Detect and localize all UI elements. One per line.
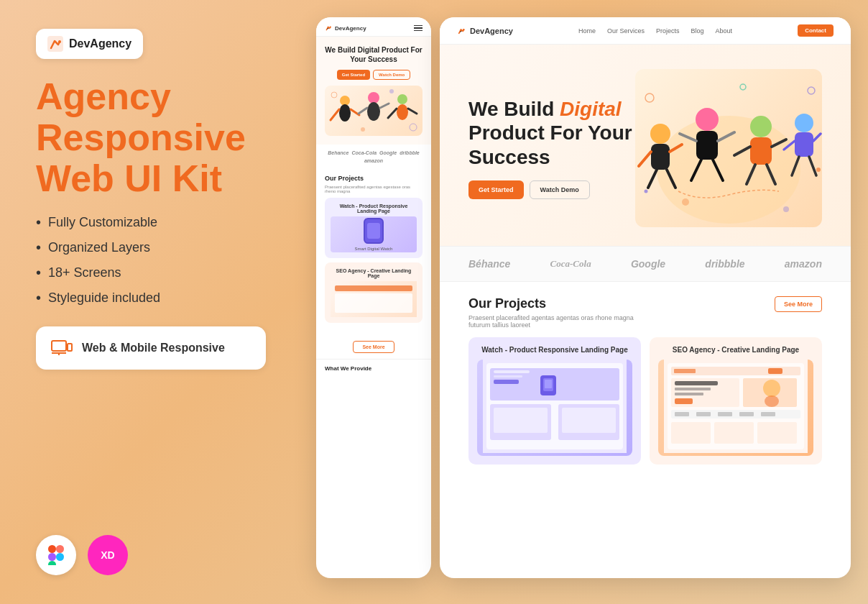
- svg-rect-82: [675, 393, 703, 395]
- project-cards: Watch - Product Responsive Landing Page: [468, 337, 822, 465]
- responsive-badge: Web & Mobile Responsive: [36, 326, 266, 370]
- svg-point-55: [808, 87, 815, 94]
- svg-point-16: [368, 92, 379, 104]
- mobile-brand-5: amazon: [364, 158, 383, 163]
- desktop-contact-button[interactable]: Contact: [798, 24, 834, 37]
- mobile-card-2: SEO Agency - Creative Landing Page: [325, 262, 423, 323]
- desktop-projects-title: Our Projects: [468, 296, 655, 311]
- figma-logo: [48, 545, 64, 565]
- mobile-see-more-button[interactable]: See More: [353, 341, 394, 353]
- project-card-1: Watch - Product Responsive Landing Page: [468, 337, 641, 465]
- mobile-mockup: DevAgency We Build Digital Product For Y…: [316, 17, 431, 578]
- svg-point-24: [331, 92, 337, 98]
- mobile-menu-icon[interactable]: [414, 25, 423, 32]
- logo-icon: [47, 36, 63, 52]
- svg-point-10: [56, 553, 64, 561]
- project-card-2: SEO Agency - Creative Landing Page: [650, 337, 822, 465]
- desktop-hero: We Build Digital Product For Your Succes…: [440, 45, 851, 246]
- project-card-2-image: [658, 360, 813, 456]
- svg-point-12: [340, 96, 350, 106]
- svg-line-18: [359, 108, 367, 114]
- projects-header: Our Projects Praesent placerafited agent…: [468, 296, 822, 329]
- svg-line-19: [380, 104, 389, 108]
- mobile-brand-3: Google: [379, 150, 397, 155]
- mobile-watch-demo-button[interactable]: Watch Demo: [373, 70, 410, 80]
- projects-header-left: Our Projects Praesent placerafited agent…: [468, 296, 655, 329]
- svg-point-26: [361, 127, 365, 132]
- svg-point-25: [410, 124, 417, 131]
- svg-rect-67: [494, 370, 530, 373]
- svg-line-22: [388, 109, 397, 118]
- nav-link-blog[interactable]: Blog: [691, 27, 704, 35]
- badge-text: Web & Mobile Responsive: [82, 342, 225, 354]
- svg-point-13: [339, 104, 351, 122]
- svg-point-85: [763, 380, 780, 397]
- svg-rect-91: [739, 412, 754, 416]
- svg-rect-95: [757, 422, 797, 444]
- svg-point-54: [645, 93, 654, 102]
- tool-icons: XD: [36, 535, 287, 575]
- svg-rect-49: [795, 132, 813, 157]
- svg-point-42: [750, 116, 772, 137]
- svg-rect-93: [671, 422, 711, 444]
- nav-link-about[interactable]: About: [716, 27, 733, 35]
- desktop-get-started-button[interactable]: Get Started: [468, 180, 524, 199]
- svg-rect-31: [651, 144, 670, 170]
- figma-tool-icon: [36, 535, 76, 575]
- svg-rect-9: [48, 561, 56, 565]
- nav-link-services[interactable]: Our Services: [607, 27, 645, 35]
- desktop-see-more-button[interactable]: See More: [775, 296, 822, 312]
- xd-label: XD: [101, 549, 114, 561]
- mobile-logo-icon: [325, 24, 332, 32]
- watch-icon: [364, 218, 384, 244]
- svg-rect-77: [674, 369, 696, 373]
- svg-point-30: [650, 124, 670, 144]
- project-card-1-title: Watch - Product Responsive Landing Page: [477, 346, 632, 354]
- mobile-see-more: See More: [316, 333, 431, 359]
- svg-point-1: [58, 40, 61, 43]
- mobile-card-2-title: SEO Agency - Creative Landing Page: [331, 268, 417, 278]
- desktop-brand-1: Béhance: [468, 258, 510, 270]
- mobile-card-1-title: Watch - Product Responsive Landing Page: [331, 203, 417, 214]
- svg-point-11: [330, 27, 331, 28]
- svg-rect-72: [494, 408, 548, 433]
- svg-line-51: [813, 134, 821, 141]
- nav-link-projects[interactable]: Projects: [656, 27, 680, 35]
- svg-rect-87: [671, 410, 800, 418]
- svg-rect-88: [675, 412, 689, 416]
- desktop-projects: Our Projects Praesent placerafited agent…: [440, 282, 851, 479]
- mobile-get-started-button[interactable]: Get Started: [337, 70, 370, 80]
- svg-rect-7: [56, 545, 64, 553]
- svg-rect-90: [718, 412, 732, 416]
- svg-point-57: [682, 198, 689, 206]
- left-panel: DevAgency Agency Responsive Web UI Kit F…: [0, 0, 316, 604]
- svg-point-20: [397, 94, 407, 104]
- svg-point-59: [816, 168, 821, 172]
- desktop-hero-title: We Build Digital Product For Your Succes…: [468, 97, 635, 170]
- mobile-projects: Our Projects Praesent placerafited agent…: [316, 169, 431, 333]
- svg-rect-8: [48, 553, 56, 561]
- desktop-brand-4: dribbble: [705, 258, 744, 270]
- mobile-nav: DevAgency: [316, 17, 431, 37]
- mobile-projects-title: Our Projects: [325, 175, 423, 182]
- svg-point-60: [645, 190, 648, 193]
- logo-text: DevAgency: [69, 37, 131, 50]
- svg-line-32: [639, 152, 651, 166]
- desktop-brand-3: Google: [631, 258, 665, 270]
- svg-line-53: [809, 157, 816, 175]
- mobile-card-1-image: Smart Digital Watch: [331, 216, 417, 252]
- svg-rect-81: [675, 388, 711, 390]
- feature-item-3: 18+ Screens: [36, 265, 287, 281]
- desktop-watch-demo-button[interactable]: Watch Demo: [530, 180, 590, 199]
- nav-link-home[interactable]: Home: [578, 27, 596, 35]
- svg-rect-89: [696, 412, 711, 416]
- mobile-hero-buttons: Get Started Watch Demo: [325, 70, 423, 80]
- svg-point-56: [740, 84, 746, 90]
- desktop-hero-content: We Build Digital Product For Your Succes…: [468, 97, 635, 200]
- svg-rect-0: [47, 36, 63, 52]
- svg-point-48: [795, 114, 813, 132]
- responsive-icon: [50, 337, 73, 360]
- mobile-card-1: Watch - Product Responsive Landing Page …: [325, 198, 423, 258]
- mobile-hero-illustration: [325, 86, 423, 136]
- svg-rect-68: [494, 375, 522, 378]
